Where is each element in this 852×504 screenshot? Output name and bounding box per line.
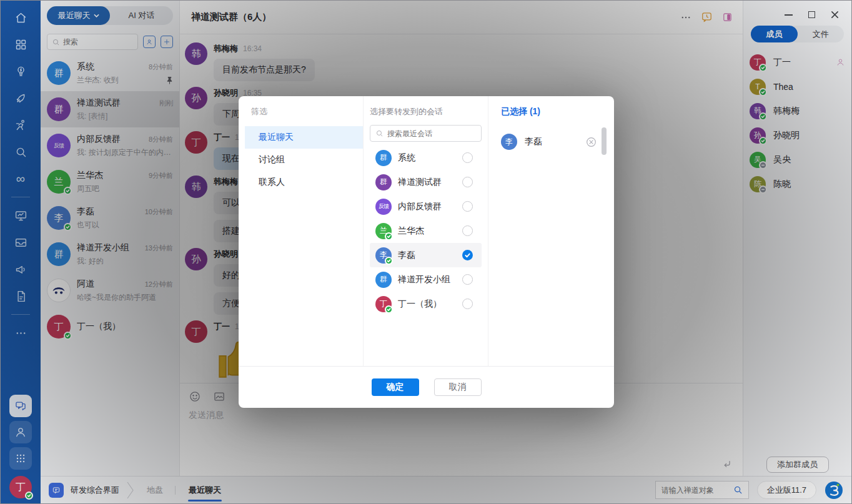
chat-item-feedback-group[interactable]: 反馈 内部反馈群8分钟前 我: 按计划原定于中午的内… (41, 127, 179, 164)
chat-item-lilei[interactable]: 李 李磊10分钟前 也可以 (41, 200, 179, 236)
sender-avatar[interactable]: 丁 (185, 320, 207, 343)
offline-badge-icon (759, 185, 767, 194)
app-logo-icon[interactable] (49, 483, 64, 498)
member-row[interactable]: 孙 孙晓明 (743, 123, 851, 147)
contacts-person-button[interactable] (9, 421, 32, 443)
apps-grid-icon[interactable] (9, 33, 32, 56)
toggle-side-panel-icon[interactable] (722, 12, 733, 22)
feedback-megaphone-icon[interactable] (9, 258, 32, 280)
member-row[interactable]: 丁 丁一 (743, 50, 851, 74)
zentao-logo-icon[interactable] (825, 481, 843, 500)
conversation-option-system[interactable]: 群 系统 (370, 146, 482, 170)
member-row[interactable]: 韩 韩梅梅 (743, 99, 851, 123)
conversation-option-dev-group[interactable]: 群 禅道开发小组 (370, 267, 482, 292)
minimize-icon[interactable] (785, 14, 793, 16)
breadcrumb-space[interactable]: 地盘 (147, 485, 163, 496)
member-row[interactable]: 陈 陈晓 (743, 172, 851, 196)
conversation-list-title: 选择要转发到的会话 (370, 106, 488, 117)
app-launcher-dots-button[interactable] (9, 447, 32, 470)
group-avatar: 群 (375, 174, 392, 190)
scrollbar-thumb[interactable] (602, 127, 607, 155)
cancel-button[interactable]: 取消 (434, 378, 482, 396)
jump-to-latest-icon[interactable] (722, 459, 733, 470)
chat-item-dingyi-me[interactable]: 丁 丁一（我） (41, 309, 179, 345)
online-badge-icon (759, 112, 767, 121)
chat-item-lanhuajie[interactable]: 兰 兰华杰9分钟前 周五吧 (41, 164, 179, 200)
dialog-footer: 确定 取消 (239, 366, 614, 408)
more-ellipsis-icon[interactable] (9, 322, 32, 344)
chat-title: 禅道测试群（6人） (191, 11, 271, 23)
inbox-mail-icon[interactable] (9, 231, 32, 254)
chat-item-dev-group[interactable]: 群 禅道开发小组13分钟前 我: 好的 (41, 236, 179, 272)
conversation-search-box[interactable] (370, 125, 482, 142)
selected-title: 已选择 (1) (501, 106, 602, 117)
user-avatar[interactable]: 丁 (9, 476, 32, 498)
group-avatar: 反馈 (47, 134, 71, 157)
tab-recent-chats[interactable]: 最近聊天 (47, 6, 110, 25)
radio-unchecked-icon[interactable] (462, 152, 473, 163)
app-window: ∞ 丁 最近聊天 AI 对话 (0, 0, 852, 504)
sender-avatar[interactable]: 丁 (185, 131, 207, 154)
tab-files[interactable]: 文件 (798, 26, 845, 42)
sidebar-search-input[interactable] (63, 37, 133, 46)
home-icon[interactable] (9, 6, 32, 29)
sprint-runner-icon[interactable] (9, 114, 32, 136)
version-badge[interactable]: 企业版11.7 (757, 481, 816, 499)
conversation-option-dingyi-me[interactable]: 丁 丁一（我） (370, 292, 482, 316)
member-row[interactable]: 吴 吴央 (743, 147, 851, 172)
zentao-object-search-box[interactable] (655, 481, 749, 499)
zentao-object-search-input[interactable] (661, 486, 730, 495)
sender-avatar[interactable]: 孙 (185, 248, 207, 270)
remove-selected-icon[interactable] (586, 137, 597, 147)
document-icon[interactable] (9, 285, 32, 307)
conversation-option-zentao-test-group[interactable]: 群 禅道测试群 (370, 170, 482, 194)
create-chat-plus-icon[interactable] (161, 36, 173, 48)
conversation-option-lanhuajie[interactable]: 兰 兰华杰 (370, 219, 482, 243)
search-nav-icon[interactable] (9, 141, 32, 163)
radio-checked-icon[interactable] (462, 250, 473, 260)
contacts-book-icon[interactable] (143, 36, 156, 48)
radio-unchecked-icon[interactable] (462, 274, 473, 285)
online-badge-icon (385, 232, 393, 240)
filter-contacts[interactable]: 联系人 (245, 171, 363, 194)
messenger-chat-button[interactable] (9, 395, 32, 417)
conversation-option-lilei[interactable]: 李 李磊 (370, 243, 482, 267)
sender-avatar[interactable]: 韩 (185, 42, 207, 65)
sender-avatar[interactable]: 孙 (185, 87, 207, 109)
close-icon[interactable] (831, 11, 839, 19)
navbar-divider (11, 314, 30, 315)
chat-item-zentao-test-group[interactable]: 群 禅道测试群刚刚 我: [表情] (41, 91, 179, 127)
group-avatar: 群 (375, 272, 392, 288)
conversation-option-feedback-group[interactable]: 反馈 内部反馈群 (370, 194, 482, 219)
tab-members[interactable]: 成员 (751, 26, 798, 42)
radio-unchecked-icon[interactable] (462, 201, 473, 212)
more-actions-icon[interactable] (680, 12, 691, 23)
radio-unchecked-icon[interactable] (462, 177, 473, 187)
bottom-tab-recent-chats[interactable]: 最近聊天 (187, 477, 222, 504)
sender-avatar[interactable]: 韩 (185, 175, 207, 198)
chat-item-system[interactable]: 群 系统8分钟前 兰华杰: 收到 (41, 55, 179, 91)
filter-discussion-groups[interactable]: 讨论组 (245, 149, 363, 171)
member-row[interactable]: T Thea (743, 74, 851, 99)
dashboard-monitor-icon[interactable] (9, 204, 32, 227)
emoji-icon[interactable] (189, 390, 201, 403)
tab-ai-chat[interactable]: AI 对话 (110, 6, 173, 25)
devops-infinity-icon[interactable]: ∞ (9, 167, 32, 190)
chat-item-adao-bot[interactable]: 阿道12分钟前 哈喽~我是你的助手阿道 (41, 272, 179, 309)
filter-recent-chats[interactable]: 最近聊天 (245, 126, 363, 149)
confirm-button[interactable]: 确定 (372, 378, 419, 396)
tab-ai-label: AI 对话 (129, 10, 155, 21)
chat-history-icon[interactable] (701, 11, 713, 23)
tab-recent-label: 最近聊天 (58, 10, 91, 21)
sidebar-search-box[interactable] (47, 34, 138, 50)
conversation-search-input[interactable] (387, 129, 476, 138)
search-icon[interactable] (733, 485, 743, 495)
send-image-icon[interactable] (213, 390, 225, 403)
radio-unchecked-icon[interactable] (462, 225, 473, 236)
radio-unchecked-icon[interactable] (462, 299, 473, 309)
idea-bulb-icon[interactable] (9, 60, 32, 82)
maximize-icon[interactable] (808, 11, 815, 18)
breadcrumb-app-name[interactable]: 研发综合界面 (71, 485, 119, 496)
add-group-member-button[interactable]: 添加群成员 (766, 457, 829, 473)
rocket-icon[interactable] (9, 87, 32, 109)
